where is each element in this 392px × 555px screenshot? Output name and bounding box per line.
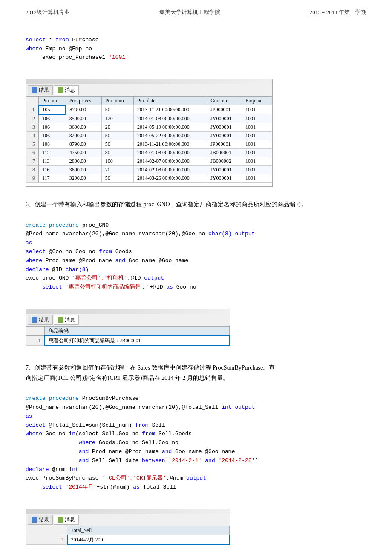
- scrollbar[interactable]: [26, 79, 272, 84]
- result6-footer: [26, 346, 230, 350]
- table-row: 11058790.00502013-11-21 00:00:00.000JP00…: [26, 105, 272, 114]
- table-row: 51088790.00502013-11-21 00:00:00.000JP00…: [26, 140, 272, 148]
- header-right: 2013～2014 年第一学期: [310, 9, 366, 16]
- table-cell: 2014-02-08 00:00:00.000: [134, 165, 207, 174]
- table-cell: JY000001: [207, 131, 242, 140]
- table-cell: JY000001: [207, 165, 242, 174]
- table-cell: 3600.00: [66, 165, 101, 174]
- table-cell: 20: [101, 165, 133, 174]
- result6-icon: [32, 317, 37, 323]
- table-row: 21063500.001202014-01-08 00:00:00.000JY0…: [26, 114, 272, 123]
- table-row: 12014年2月 200: [26, 535, 230, 545]
- table-row: 81163600.00202014-02-08 00:00:00.000JY00…: [26, 165, 272, 174]
- col-header-purprices: Pur_prices: [66, 96, 101, 105]
- table-cell: 2014-05-22 00:00:00.000: [134, 131, 207, 140]
- table-row: 61124750.00802014-01-08 00:00:00.000JB00…: [26, 148, 272, 157]
- table-cell: 50: [101, 105, 133, 114]
- page-header: 2012级计算机专业 集美大学计算机工程学院 2013～2014 年第一学期: [26, 9, 366, 19]
- table-cell: 1001: [242, 105, 272, 114]
- table-cell: 3200.00: [66, 174, 101, 182]
- table-cell: 112: [38, 148, 66, 157]
- table-cell: 116: [38, 165, 66, 174]
- table-cell: 120: [101, 114, 133, 123]
- section7-result: 结果 消息 Total_Sell 12014年2月 200: [26, 509, 230, 549]
- table-cell: 3600.00: [66, 123, 101, 131]
- table-cell: 2014-01-08 00:00:00.000: [134, 114, 207, 123]
- table-cell: 3200.00: [66, 131, 101, 140]
- row-num: 5: [26, 140, 39, 148]
- result6-tab-label: 结果: [39, 316, 49, 324]
- message6-tab-label: 消息: [65, 316, 75, 324]
- section5-result: 结果 消息 Pur_no Pur_prices Pur_num Pur_date…: [26, 79, 273, 187]
- tab6-result[interactable]: 结果: [28, 315, 53, 325]
- message7-icon: [58, 517, 63, 523]
- scrollbar6[interactable]: [26, 309, 230, 314]
- row-num: 3: [26, 123, 39, 131]
- tab7-result[interactable]: 结果: [28, 515, 53, 525]
- table-cell: JY000001: [207, 174, 242, 182]
- table-cell: JB000001: [207, 148, 242, 157]
- table-cell: 1001: [242, 140, 272, 148]
- result-tab-label: 结果: [39, 87, 49, 94]
- tab-result[interactable]: 结果: [28, 85, 53, 95]
- table-cell: 2014-03-26 00:00:00.000: [134, 174, 207, 182]
- col-header-purnum: Pur_num: [101, 96, 133, 105]
- result7-tab-label: 结果: [39, 516, 49, 523]
- table-cell: 113: [38, 157, 66, 165]
- col6-header-goodscode: 商品编码: [45, 326, 229, 336]
- table-cell: 1001: [242, 148, 272, 157]
- scrollbar7[interactable]: [26, 509, 230, 514]
- table-cell: 50: [101, 174, 133, 182]
- table-cell: 100: [101, 157, 133, 165]
- table-row: 1惠普公司打印机的商品编码是：JB000001: [26, 336, 230, 346]
- table-cell: 2014-05-19 00:00:00.000: [134, 123, 207, 131]
- section6-code: create procedure proc_GNO @Prod_name nva…: [26, 212, 366, 301]
- col-header-goono: Goo_no: [207, 96, 242, 105]
- table-cell: 117: [38, 174, 66, 182]
- table-cell: 50: [101, 131, 133, 140]
- section7-table: Total_Sell 12014年2月 200: [26, 526, 230, 545]
- table-cell: JP000001: [207, 140, 242, 148]
- col7-header-totalsell: Total_Sell: [67, 526, 229, 535]
- result-tabs: 结果 消息: [26, 84, 272, 96]
- table-cell: 8790.00: [66, 105, 101, 114]
- row-num: 9: [26, 174, 39, 182]
- table-cell: 2014年2月 200: [67, 535, 229, 545]
- result-tabs-6: 结果 消息: [26, 314, 230, 326]
- page: 2012级计算机专业 集美大学计算机工程学院 2013～2014 年第一学期 s…: [0, 0, 392, 555]
- table-row: 41063200.00502014-05-22 00:00:00.000JY00…: [26, 131, 272, 140]
- message7-tab-label: 消息: [65, 516, 75, 523]
- table-cell: 105: [38, 105, 66, 114]
- row-num: 6: [26, 148, 39, 157]
- table-cell: 2013-11-21 00:00:00.000: [134, 140, 207, 148]
- table-cell: 1001: [242, 131, 272, 140]
- table-row: 31063600.00202014-05-19 00:00:00.000JY00…: [26, 123, 272, 131]
- tab-message[interactable]: 消息: [54, 85, 79, 95]
- section6-table: 商品编码 1惠普公司打印机的商品编码是：JB000001: [26, 326, 230, 346]
- header-left: 2012级计算机专业: [26, 9, 70, 16]
- col-header-purno: Pur_no: [38, 96, 66, 105]
- table-cell: JP000001: [207, 105, 242, 114]
- table-cell: 20: [101, 123, 133, 131]
- table-cell: 50: [101, 140, 133, 148]
- table-cell: 106: [38, 123, 66, 131]
- row-num: 1: [26, 535, 67, 545]
- table-cell: 1001: [242, 174, 272, 182]
- section7-title: 7、创建带有参数和返回值的存储过程：在 Sales 数据库中创建存储过程 Pro…: [26, 363, 366, 383]
- header-center: 集美大学计算机工程学院: [159, 9, 220, 16]
- table-cell: 1001: [242, 157, 272, 165]
- col-header-rownum: [26, 96, 39, 105]
- message-icon: [58, 87, 63, 93]
- result7-footer: [26, 545, 230, 549]
- table-row: 91173200.00502014-03-26 00:00:00.000JY00…: [26, 174, 272, 182]
- table-cell: 1001: [242, 165, 272, 174]
- table-cell: 106: [38, 114, 66, 123]
- result7-icon: [32, 517, 37, 523]
- table-cell: 8790.00: [66, 140, 101, 148]
- table-cell: 108: [38, 140, 66, 148]
- col-header-empno: Emp_no: [242, 96, 272, 105]
- col6-header-rownum: [26, 326, 45, 336]
- tab6-message[interactable]: 消息: [54, 315, 79, 325]
- row-num: 7: [26, 157, 39, 165]
- tab7-message[interactable]: 消息: [54, 515, 79, 525]
